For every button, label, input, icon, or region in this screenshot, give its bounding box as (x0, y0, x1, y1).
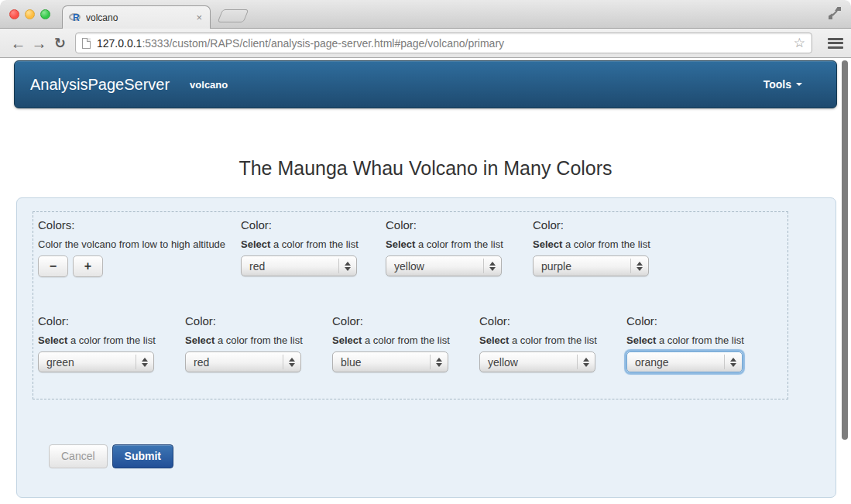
dropdown-arrows-icon (283, 355, 300, 369)
altitude-colors-group: Colors: Color the volcano from low to hi… (38, 217, 241, 277)
parameter-row-2: Color: Select a color from the list gree… (38, 313, 788, 372)
url-path: :5333/custom/RAPS/client/analysis-page-s… (142, 37, 504, 50)
caret-down-icon (796, 83, 802, 86)
dropdown-arrows-icon (338, 259, 356, 273)
select-value: red (186, 356, 283, 369)
navbar-page-name: volcano (190, 79, 228, 91)
color-group: Color: Select a color from the list yell… (479, 313, 626, 372)
group-label: Color: (626, 313, 774, 327)
dropdown-arrows-icon (577, 355, 595, 369)
form-panel: Colors: Color the volcano from low to hi… (16, 197, 836, 498)
tools-dropdown[interactable]: Tools (763, 78, 802, 91)
remove-color-button[interactable]: − (38, 255, 68, 277)
color-group: Color: Select a color from the list gree… (38, 313, 185, 372)
brand-link[interactable]: AnalysisPageServer (30, 76, 170, 94)
submit-button[interactable]: Submit (112, 444, 173, 468)
dropdown-arrows-icon (483, 259, 501, 273)
dropdown-arrows-icon (630, 259, 648, 273)
browser-window: R volcano × ← → ↻ 127.0.0.1:5333/custom/… (0, 0, 851, 504)
group-description: Select a color from the list (38, 334, 185, 346)
new-tab-button[interactable] (218, 9, 249, 22)
select-value: yellow (386, 260, 483, 273)
traffic-lights (9, 9, 50, 19)
page-title: The Maunga Whau Volcano in Many Colors (0, 157, 851, 180)
color-select[interactable]: yellow (479, 351, 595, 372)
tools-label: Tools (763, 78, 791, 91)
color-select[interactable]: red (241, 255, 357, 276)
group-label: Color: (241, 217, 386, 231)
group-label: Color: (185, 313, 332, 327)
color-group: Color: Select a color from the list oran… (626, 313, 774, 372)
group-description: Select a color from the list (386, 238, 533, 250)
group-description: Select a color from the list (185, 334, 332, 346)
group-label: Color: (479, 313, 626, 327)
url-text[interactable]: 127.0.0.1:5333/custom/RAPS/client/analys… (97, 37, 789, 50)
tab-close-icon[interactable]: × (194, 12, 204, 23)
color-select[interactable]: blue (332, 351, 448, 372)
parameters-area: Colors: Color the volcano from low to hi… (33, 211, 788, 399)
r-logo-favicon: R (69, 12, 82, 23)
group-label: Colors: (38, 217, 241, 231)
close-window-button[interactable] (9, 9, 19, 19)
color-group: Color: Select a color from the list red (241, 217, 386, 276)
tab-title: volcano (86, 12, 194, 23)
add-color-button[interactable]: + (73, 255, 103, 277)
page-icon (82, 38, 91, 49)
favicon-letter: R (73, 12, 80, 23)
select-value: blue (333, 356, 430, 369)
group-description: Select a color from the list (626, 334, 774, 346)
color-group: Color: Select a color from the list blue (332, 313, 479, 372)
reload-button[interactable]: ↻ (50, 33, 70, 53)
color-select[interactable]: yellow (386, 255, 502, 276)
group-label: Color: (38, 313, 185, 327)
parameter-row-1: Colors: Color the volcano from low to hi… (38, 217, 788, 277)
forward-button[interactable]: → (29, 33, 50, 53)
group-description: Select a color from the list (533, 238, 680, 250)
resize-window-icon[interactable] (828, 6, 842, 20)
group-description: Select a color from the list (332, 334, 479, 346)
minimize-window-button[interactable] (25, 9, 35, 19)
chrome-menu-icon[interactable] (828, 38, 843, 49)
back-button[interactable]: ← (8, 33, 29, 53)
color-select[interactable]: purple (533, 255, 649, 276)
group-description: Select a color from the list (479, 334, 626, 346)
group-label: Color: (332, 313, 479, 327)
browser-toolbar: ← → ↻ 127.0.0.1:5333/custom/RAPS/client/… (0, 29, 851, 58)
browser-tab[interactable]: R volcano × (62, 5, 211, 29)
zoom-window-button[interactable] (40, 9, 50, 19)
select-value: orange (627, 356, 724, 369)
group-label: Color: (386, 217, 533, 231)
url-host: 127.0.0.1 (97, 37, 142, 50)
select-value: purple (534, 260, 630, 273)
select-value: green (39, 356, 136, 369)
color-select[interactable]: green (38, 351, 154, 372)
bookmark-star-icon[interactable]: ☆ (794, 35, 805, 51)
group-description: Select a color from the list (241, 238, 386, 250)
app-navbar: AnalysisPageServer volcano Tools (14, 60, 837, 108)
dropdown-arrows-icon (724, 355, 742, 369)
color-select-focused[interactable]: orange (626, 351, 743, 372)
select-value: yellow (480, 356, 577, 369)
dropdown-arrows-icon (136, 355, 153, 369)
form-actions: Cancel Submit (49, 444, 173, 468)
select-value: red (242, 260, 338, 273)
group-description: Color the volcano from low to high altit… (38, 238, 241, 250)
color-select[interactable]: red (185, 351, 301, 372)
color-group: Color: Select a color from the list red (185, 313, 332, 372)
color-group: Color: Select a color from the list yell… (386, 217, 533, 276)
scrollbar-thumb[interactable] (842, 60, 848, 440)
url-bar[interactable]: 127.0.0.1:5333/custom/RAPS/client/analys… (75, 33, 812, 53)
group-label: Color: (533, 217, 680, 231)
color-group: Color: Select a color from the list purp… (533, 217, 680, 276)
dropdown-arrows-icon (430, 355, 448, 369)
cancel-button[interactable]: Cancel (49, 444, 108, 468)
browser-titlebar: R volcano × (0, 0, 851, 29)
